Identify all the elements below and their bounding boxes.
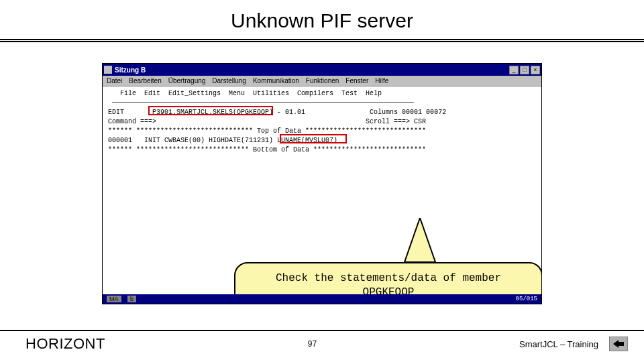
highlight-luname bbox=[280, 134, 347, 143]
arrow-left-icon bbox=[613, 340, 624, 348]
window-titlebar: Sitzung B _ □ × bbox=[103, 64, 541, 76]
window-menubar: Datei Bearbeiten Übertragung Darstellung… bbox=[103, 76, 541, 86]
nav-back-button[interactable] bbox=[609, 337, 628, 351]
callout-line-1: Check the statements/data of member OPGK… bbox=[248, 272, 529, 294]
line-number: 000001 bbox=[108, 137, 132, 144]
divider-top-2 bbox=[0, 41, 644, 42]
columns-info: Columns 00001 00072 bbox=[370, 109, 446, 116]
highlight-dataset bbox=[148, 106, 273, 115]
slide-footer: HORIZONT 97 SmartJCL – Training bbox=[0, 330, 644, 362]
footer-brand: HORIZONT bbox=[25, 335, 105, 353]
ispf-menu-row: File Edit Edit_Settings Menu Utilities C… bbox=[108, 89, 536, 99]
callout-pointer-icon bbox=[403, 218, 437, 265]
maximize-button[interactable]: □ bbox=[520, 66, 529, 74]
edit-suffix: - 01.01 bbox=[277, 109, 305, 116]
menu-uebertragung[interactable]: Übertragung bbox=[168, 77, 206, 84]
page-number: 97 bbox=[308, 339, 317, 349]
svg-marker-0 bbox=[405, 218, 435, 262]
close-button[interactable]: × bbox=[531, 66, 540, 74]
scroll-info: Scroll ===> CSR bbox=[366, 118, 426, 125]
app-icon bbox=[104, 66, 112, 74]
edit-label: EDIT bbox=[108, 109, 124, 116]
command-prompt[interactable]: Command ===> bbox=[108, 118, 156, 125]
status-cursor-pos: 05/015 bbox=[516, 296, 537, 302]
status-ma: MA bbox=[107, 296, 121, 302]
slide-title: Unknown PIF server bbox=[0, 0, 644, 39]
svg-marker-1 bbox=[613, 340, 624, 348]
init-stmt-prefix: INIT CWBASE(00) HIGHDATE(711231) bbox=[132, 137, 273, 144]
menu-darstellung[interactable]: Darstellung bbox=[212, 77, 246, 84]
footer-course-name: SmartJCL – Training bbox=[519, 339, 598, 349]
menu-fenster[interactable]: Fenster bbox=[345, 77, 368, 84]
menu-hilfe[interactable]: Hilfe bbox=[375, 77, 388, 84]
bottom-of-data-row: ****** **************************** Bott… bbox=[108, 145, 536, 155]
menu-datei[interactable]: Datei bbox=[107, 77, 122, 84]
menu-bearbeiten[interactable]: Bearbeiten bbox=[129, 77, 161, 84]
screenshot-window: Sitzung B _ □ × Datei Bearbeiten Übertra… bbox=[102, 63, 542, 304]
menu-funktionen[interactable]: Funktionen bbox=[306, 77, 339, 84]
window-title: Sitzung B bbox=[115, 66, 146, 74]
callout: Check the statements/data of member OPGK… bbox=[234, 262, 541, 294]
terminal-area: File Edit Edit_Settings Menu Utilities C… bbox=[103, 86, 541, 294]
window-statusbar: MA b 05/015 bbox=[103, 294, 541, 304]
minimize-button[interactable]: _ bbox=[509, 66, 519, 74]
menu-kommunikation[interactable]: Kommunikation bbox=[253, 77, 299, 84]
command-row: Command ===> Scroll ===> CSR bbox=[108, 117, 536, 127]
status-b: b bbox=[127, 296, 136, 302]
divider-top-1 bbox=[0, 39, 644, 40]
